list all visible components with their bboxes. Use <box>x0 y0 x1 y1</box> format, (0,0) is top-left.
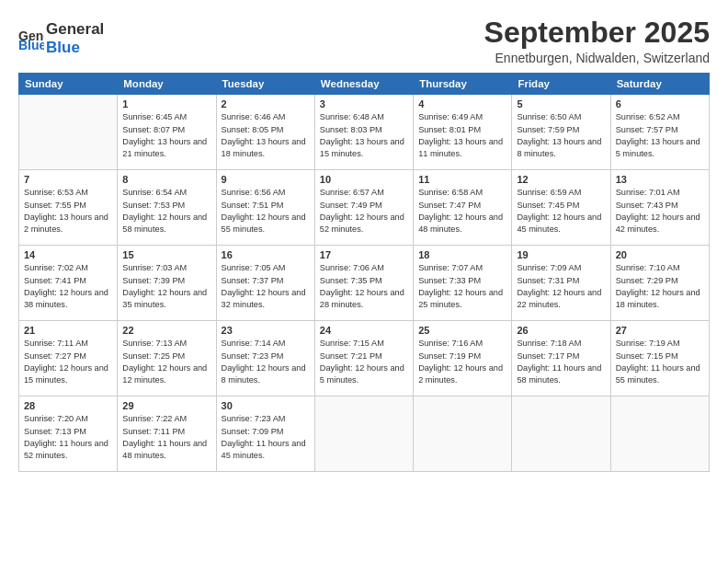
calendar-cell: 25Sunrise: 7:16 AM Sunset: 7:19 PM Dayli… <box>414 321 512 396</box>
day-info: Sunrise: 6:59 AM Sunset: 7:45 PM Dayligh… <box>517 187 605 236</box>
calendar-cell: 27Sunrise: 7:19 AM Sunset: 7:15 PM Dayli… <box>610 321 709 396</box>
calendar-cell: 4Sunrise: 6:49 AM Sunset: 8:01 PM Daylig… <box>414 95 512 170</box>
calendar-header-thursday: Thursday <box>414 74 512 95</box>
day-info: Sunrise: 7:11 AM Sunset: 7:27 PM Dayligh… <box>24 338 112 386</box>
day-number: 20 <box>616 249 704 260</box>
day-info: Sunrise: 6:48 AM Sunset: 8:03 PM Dayligh… <box>320 111 408 160</box>
calendar-cell: 7Sunrise: 6:53 AM Sunset: 7:55 PM Daylig… <box>19 170 118 246</box>
calendar-cell: 15Sunrise: 7:03 AM Sunset: 7:39 PM Dayli… <box>118 246 216 321</box>
day-number: 8 <box>122 174 210 185</box>
calendar-cell: 13Sunrise: 7:01 AM Sunset: 7:43 PM Dayli… <box>610 170 709 246</box>
calendar-week-row: 1Sunrise: 6:45 AM Sunset: 8:07 PM Daylig… <box>19 95 710 170</box>
calendar-cell: 2Sunrise: 6:46 AM Sunset: 8:05 PM Daylig… <box>216 95 314 170</box>
day-info: Sunrise: 7:20 AM Sunset: 7:13 PM Dayligh… <box>24 413 112 462</box>
calendar-cell: 14Sunrise: 7:02 AM Sunset: 7:41 PM Dayli… <box>19 246 118 321</box>
day-info: Sunrise: 7:01 AM Sunset: 7:43 PM Dayligh… <box>616 187 704 236</box>
day-info: Sunrise: 7:14 AM Sunset: 7:23 PM Dayligh… <box>222 338 310 386</box>
day-number: 18 <box>418 249 506 260</box>
day-info: Sunrise: 6:52 AM Sunset: 7:57 PM Dayligh… <box>616 111 704 160</box>
calendar-cell: 5Sunrise: 6:50 AM Sunset: 7:59 PM Daylig… <box>512 95 610 170</box>
calendar-cell: 26Sunrise: 7:18 AM Sunset: 7:17 PM Dayli… <box>512 321 610 396</box>
day-number: 16 <box>222 249 310 260</box>
day-info: Sunrise: 7:07 AM Sunset: 7:33 PM Dayligh… <box>418 262 506 311</box>
day-number: 2 <box>222 98 310 109</box>
calendar-cell: 12Sunrise: 6:59 AM Sunset: 7:45 PM Dayli… <box>512 170 610 246</box>
calendar-header-row: SundayMondayTuesdayWednesdayThursdayFrid… <box>19 74 710 95</box>
day-info: Sunrise: 6:56 AM Sunset: 7:51 PM Dayligh… <box>222 187 310 236</box>
day-number: 10 <box>320 174 408 185</box>
calendar-cell: 3Sunrise: 6:48 AM Sunset: 8:03 PM Daylig… <box>314 95 413 170</box>
day-info: Sunrise: 7:09 AM Sunset: 7:31 PM Dayligh… <box>517 262 605 311</box>
calendar-header-wednesday: Wednesday <box>314 74 413 95</box>
calendar-week-row: 28Sunrise: 7:20 AM Sunset: 7:13 PM Dayli… <box>19 396 710 472</box>
day-number: 15 <box>122 249 210 260</box>
day-info: Sunrise: 6:50 AM Sunset: 7:59 PM Dayligh… <box>517 111 605 160</box>
calendar-cell: 18Sunrise: 7:07 AM Sunset: 7:33 PM Dayli… <box>414 246 512 321</box>
calendar-cell: 19Sunrise: 7:09 AM Sunset: 7:31 PM Dayli… <box>512 246 610 321</box>
calendar-header-monday: Monday <box>118 74 216 95</box>
calendar-cell: 17Sunrise: 7:06 AM Sunset: 7:35 PM Dayli… <box>314 246 413 321</box>
calendar-cell <box>414 396 512 472</box>
calendar-week-row: 7Sunrise: 6:53 AM Sunset: 7:55 PM Daylig… <box>19 170 710 246</box>
logo-icon: General Blue <box>18 26 44 52</box>
calendar-cell: 22Sunrise: 7:13 AM Sunset: 7:25 PM Dayli… <box>118 321 216 396</box>
calendar-cell: 30Sunrise: 7:23 AM Sunset: 7:09 PM Dayli… <box>216 396 314 472</box>
calendar-cell: 11Sunrise: 6:58 AM Sunset: 7:47 PM Dayli… <box>414 170 512 246</box>
day-number: 3 <box>320 98 408 109</box>
day-number: 29 <box>122 400 210 411</box>
day-number: 13 <box>616 174 704 185</box>
calendar-header-saturday: Saturday <box>610 74 709 95</box>
location-subtitle: Ennetburgen, Nidwalden, Switzerland <box>484 51 710 65</box>
day-number: 23 <box>222 325 310 336</box>
calendar-cell <box>314 396 413 472</box>
calendar-cell: 24Sunrise: 7:15 AM Sunset: 7:21 PM Dayli… <box>314 321 413 396</box>
day-info: Sunrise: 6:46 AM Sunset: 8:05 PM Dayligh… <box>222 111 310 160</box>
day-info: Sunrise: 7:19 AM Sunset: 7:15 PM Dayligh… <box>616 338 704 386</box>
calendar-header-sunday: Sunday <box>19 74 118 95</box>
day-number: 25 <box>418 325 506 336</box>
day-number: 27 <box>616 325 704 336</box>
calendar-cell: 21Sunrise: 7:11 AM Sunset: 7:27 PM Dayli… <box>19 321 118 396</box>
day-info: Sunrise: 7:06 AM Sunset: 7:35 PM Dayligh… <box>320 262 408 311</box>
day-number: 12 <box>517 174 605 185</box>
calendar-cell: 6Sunrise: 6:52 AM Sunset: 7:57 PM Daylig… <box>610 95 709 170</box>
day-info: Sunrise: 7:05 AM Sunset: 7:37 PM Dayligh… <box>222 262 310 311</box>
day-number: 6 <box>616 98 704 109</box>
calendar-week-row: 14Sunrise: 7:02 AM Sunset: 7:41 PM Dayli… <box>19 246 710 321</box>
calendar-cell: 8Sunrise: 6:54 AM Sunset: 7:53 PM Daylig… <box>118 170 216 246</box>
calendar-cell: 9Sunrise: 6:56 AM Sunset: 7:51 PM Daylig… <box>216 170 314 246</box>
calendar-week-row: 21Sunrise: 7:11 AM Sunset: 7:27 PM Dayli… <box>19 321 710 396</box>
day-number: 14 <box>24 249 112 260</box>
day-number: 17 <box>320 249 408 260</box>
calendar-cell: 29Sunrise: 7:22 AM Sunset: 7:11 PM Dayli… <box>118 396 216 472</box>
calendar-cell <box>19 95 118 170</box>
day-number: 4 <box>418 98 506 109</box>
calendar-table: SundayMondayTuesdayWednesdayThursdayFrid… <box>18 73 710 472</box>
day-info: Sunrise: 7:23 AM Sunset: 7:09 PM Dayligh… <box>222 413 310 462</box>
day-number: 22 <box>122 325 210 336</box>
day-info: Sunrise: 7:15 AM Sunset: 7:21 PM Dayligh… <box>320 338 408 386</box>
title-section: September 2025 Ennetburgen, Nidwalden, S… <box>484 17 710 65</box>
day-info: Sunrise: 6:49 AM Sunset: 8:01 PM Dayligh… <box>418 111 506 160</box>
day-info: Sunrise: 7:03 AM Sunset: 7:39 PM Dayligh… <box>122 262 210 311</box>
day-info: Sunrise: 6:54 AM Sunset: 7:53 PM Dayligh… <box>122 187 210 236</box>
day-info: Sunrise: 7:16 AM Sunset: 7:19 PM Dayligh… <box>418 338 506 386</box>
day-number: 19 <box>517 249 605 260</box>
day-number: 24 <box>320 325 408 336</box>
day-number: 7 <box>24 174 112 185</box>
day-info: Sunrise: 6:53 AM Sunset: 7:55 PM Dayligh… <box>24 187 112 236</box>
calendar-cell: 20Sunrise: 7:10 AM Sunset: 7:29 PM Dayli… <box>610 246 709 321</box>
logo: General Blue General Blue <box>18 20 104 56</box>
day-number: 30 <box>222 400 310 411</box>
calendar-cell: 23Sunrise: 7:14 AM Sunset: 7:23 PM Dayli… <box>216 321 314 396</box>
day-number: 28 <box>24 400 112 411</box>
day-number: 5 <box>517 98 605 109</box>
day-info: Sunrise: 7:02 AM Sunset: 7:41 PM Dayligh… <box>24 262 112 311</box>
day-number: 9 <box>222 174 310 185</box>
day-info: Sunrise: 6:45 AM Sunset: 8:07 PM Dayligh… <box>122 111 210 160</box>
svg-text:Blue: Blue <box>18 38 44 52</box>
day-info: Sunrise: 6:57 AM Sunset: 7:49 PM Dayligh… <box>320 187 408 236</box>
calendar-cell: 28Sunrise: 7:20 AM Sunset: 7:13 PM Dayli… <box>19 396 118 472</box>
day-info: Sunrise: 7:22 AM Sunset: 7:11 PM Dayligh… <box>122 413 210 462</box>
calendar-header-tuesday: Tuesday <box>216 74 314 95</box>
